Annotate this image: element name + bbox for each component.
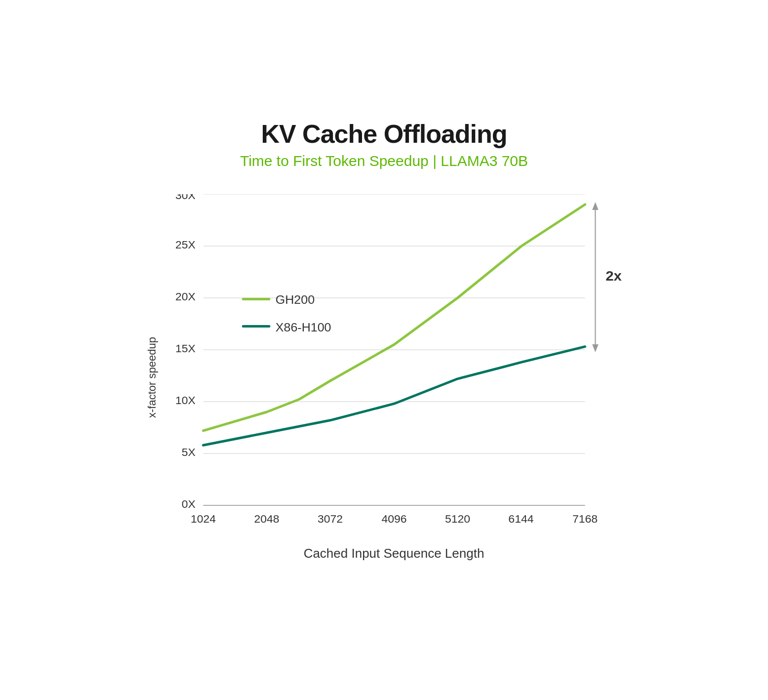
gh200-line <box>203 205 585 431</box>
svg-marker-23 <box>592 202 599 210</box>
svg-text:X86-H100: X86-H100 <box>275 321 331 333</box>
chart-svg: 0X 5X 10X 15X 20X 25X 30X 1024 2048 3072… <box>162 194 626 540</box>
chart-container: KV Cache Offloading Time to First Token … <box>113 99 656 601</box>
svg-text:2048: 2048 <box>254 513 279 525</box>
svg-text:25X: 25X <box>175 239 196 250</box>
svg-text:1024: 1024 <box>191 513 216 525</box>
svg-text:5X: 5X <box>181 446 195 458</box>
x-axis-label: Cached Input Sequence Length <box>162 546 626 561</box>
svg-text:0X: 0X <box>181 498 195 510</box>
svg-text:5120: 5120 <box>445 513 470 525</box>
svg-text:7168: 7168 <box>572 513 597 525</box>
svg-text:2x: 2x <box>606 268 622 284</box>
chart-subtitle: Time to First Token Speedup | LLAMA3 70B <box>142 153 626 169</box>
svg-text:30X: 30X <box>175 194 196 202</box>
svg-marker-24 <box>592 344 599 352</box>
chart-area: x-factor speedup 0X 5X 10X 15X 20 <box>142 194 626 561</box>
svg-text:6144: 6144 <box>508 513 533 525</box>
svg-rect-26 <box>242 298 270 300</box>
svg-rect-28 <box>242 325 270 328</box>
chart-title: KV Cache Offloading <box>142 119 626 149</box>
svg-text:3072: 3072 <box>317 513 342 525</box>
svg-text:GH200: GH200 <box>275 293 314 306</box>
svg-text:15X: 15X <box>175 342 196 354</box>
svg-text:10X: 10X <box>175 394 196 406</box>
y-axis-label-container: x-factor speedup <box>142 194 162 561</box>
x86-h100-line <box>203 347 585 446</box>
chart-inner: 0X 5X 10X 15X 20X 25X 30X 1024 2048 3072… <box>162 194 626 561</box>
svg-text:4096: 4096 <box>381 513 406 525</box>
svg-text:20X: 20X <box>175 290 196 302</box>
y-axis-label: x-factor speedup <box>146 337 159 418</box>
